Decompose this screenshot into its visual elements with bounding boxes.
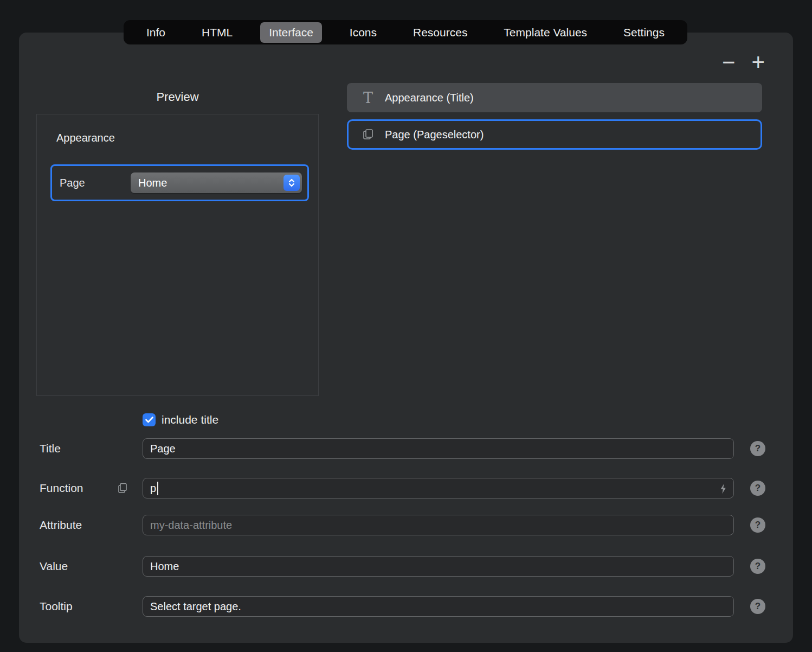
tab-settings[interactable]: Settings [615, 22, 673, 43]
attribute-input[interactable] [143, 515, 734, 535]
help-button[interactable]: ? [750, 599, 765, 614]
title-field-label: Title [40, 438, 61, 459]
list-toolbar: − + [722, 51, 765, 74]
value-field-label: Value [40, 556, 68, 577]
add-button[interactable]: + [751, 51, 765, 74]
tab-info[interactable]: Info [138, 22, 174, 43]
editor-panel: Info HTML Interface Icons Resources Temp… [19, 33, 793, 643]
text-caret [157, 482, 158, 495]
function-field-row: Function p ? [19, 478, 793, 498]
help-button[interactable]: ? [750, 481, 765, 496]
component-row-pageselector[interactable]: Page (Pageselector) [347, 119, 762, 150]
tab-template-values[interactable]: Template Values [495, 22, 596, 43]
tab-interface[interactable]: Interface [260, 22, 322, 43]
function-field-label: Function [40, 478, 83, 498]
tab-resources[interactable]: Resources [404, 22, 476, 43]
tooltip-field-label: Tooltip [40, 596, 73, 617]
component-label: Appearance (Title) [385, 92, 474, 104]
component-row-title[interactable]: T Appearance (Title) [347, 83, 762, 112]
preview-heading: Preview [36, 90, 319, 104]
page-popup-value: Home [131, 177, 167, 189]
tab-html[interactable]: HTML [193, 22, 241, 43]
page-control-label: Page [60, 177, 85, 189]
include-title-label: include title [162, 413, 218, 426]
lightning-icon [719, 483, 727, 497]
value-input[interactable] [143, 556, 734, 577]
pages-icon [360, 128, 376, 141]
chevron-up-down-icon [283, 175, 300, 191]
title-icon: T [360, 91, 376, 105]
preview-pane: Appearance Page Home [36, 114, 319, 396]
window-background: Info HTML Interface Icons Resources Temp… [0, 0, 812, 652]
copy-icon [117, 482, 128, 496]
title-input[interactable] [143, 438, 734, 459]
tooltip-field-row: Tooltip ? [19, 596, 793, 617]
include-title-checkbox[interactable] [143, 413, 156, 426]
tab-icons[interactable]: Icons [341, 22, 385, 43]
attribute-field-row: Attribute ? [19, 515, 793, 535]
include-title-row: include title [143, 413, 218, 426]
attribute-field-label: Attribute [40, 515, 82, 535]
appearance-group-title: Appearance [56, 132, 115, 144]
page-control-focused: Page Home [50, 164, 309, 201]
value-field-row: Value ? [19, 556, 793, 577]
help-button[interactable]: ? [750, 559, 765, 574]
help-button[interactable]: ? [750, 517, 765, 533]
page-popup-button[interactable]: Home [131, 172, 302, 193]
remove-button[interactable]: − [722, 51, 736, 74]
help-button[interactable]: ? [750, 441, 765, 456]
component-label: Page (Pageselector) [385, 129, 484, 141]
tab-bar: Info HTML Interface Icons Resources Temp… [124, 20, 687, 44]
tooltip-input[interactable] [143, 596, 734, 617]
function-input[interactable]: p [143, 478, 734, 498]
title-field-row: Title ? [19, 438, 793, 459]
function-input-value: p [150, 482, 156, 495]
